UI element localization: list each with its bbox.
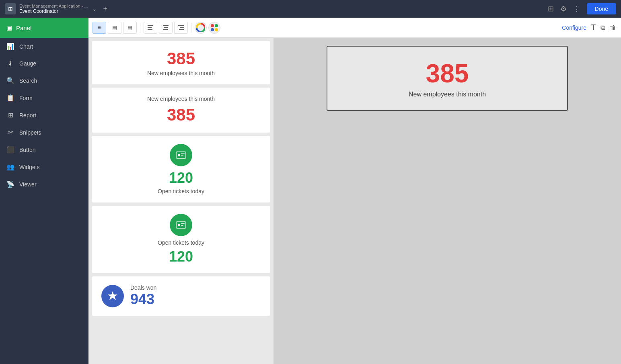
widget-3-label: Open tickets today xyxy=(98,188,264,194)
svg-point-15 xyxy=(178,154,180,156)
widget-5-icon-circle xyxy=(101,285,124,307)
sidebar-item-report[interactable]: ⊞ Report xyxy=(0,106,88,124)
report-icon: ⊞ xyxy=(6,111,14,119)
center-panel: ≡ ▤ ▤ xyxy=(88,18,273,364)
sidebar-item-snippets[interactable]: ✂ Snippets xyxy=(0,124,88,141)
widget-5-number: 943 xyxy=(130,291,156,308)
more-options-icon[interactable]: ⋮ xyxy=(573,4,580,13)
sidebar-item-viewer[interactable]: 📡 Viewer xyxy=(0,176,88,193)
search-icon: 🔍 xyxy=(6,77,14,84)
widget-card-2[interactable]: New employees this month 385 xyxy=(92,88,270,133)
chart-icon: 📊 xyxy=(6,43,14,50)
svg-rect-20 xyxy=(181,223,185,224)
widget-1-number: 385 xyxy=(98,49,264,68)
layout-btn-3[interactable]: ▤ xyxy=(123,22,137,34)
sidebar: ▣ Panel 📊 Chart 🌡 Gauge 🔍 Search 📋 Form … xyxy=(0,18,88,364)
svg-point-12 xyxy=(211,28,214,31)
form-icon: 📋 xyxy=(6,94,14,102)
svg-rect-6 xyxy=(178,25,184,26)
widget-4-label: Open tickets today xyxy=(98,239,264,246)
sidebar-item-gauge[interactable]: 🌡 Gauge xyxy=(0,55,88,72)
snippets-icon: ✂ xyxy=(6,129,14,136)
preview-number: 385 xyxy=(335,59,559,88)
sidebar-item-search[interactable]: 🔍 Search xyxy=(0,72,88,89)
sidebar-item-widgets-label: Widgets xyxy=(19,164,40,170)
gauge-icon: 🌡 xyxy=(6,60,14,67)
preview-area: 385 New employees this month xyxy=(273,38,621,364)
widget-card-3[interactable]: 120 Open tickets today xyxy=(92,136,270,202)
sidebar-item-form[interactable]: 📋 Form xyxy=(0,89,88,106)
widget-card-5[interactable]: Deals won 943 xyxy=(92,276,270,316)
widget-5-text: Deals won 943 xyxy=(130,284,156,308)
main-layout: ▣ Panel 📊 Chart 🌡 Gauge 🔍 Search 📋 Form … xyxy=(0,18,621,364)
done-button[interactable]: Done xyxy=(587,3,616,14)
sidebar-item-chart[interactable]: 📊 Chart xyxy=(0,38,88,55)
svg-rect-16 xyxy=(181,153,185,154)
sidebar-panel-header: ▣ Panel xyxy=(0,18,88,38)
sidebar-item-form-label: Form xyxy=(19,95,33,101)
sidebar-item-report-label: Report xyxy=(19,112,36,119)
svg-rect-17 xyxy=(181,155,183,156)
delete-icon[interactable]: 🗑 xyxy=(610,24,616,31)
preview-card[interactable]: 385 New employees this month xyxy=(327,46,568,111)
svg-rect-21 xyxy=(181,225,183,226)
widget-3-icon-circle xyxy=(170,144,192,166)
panel-icon: ▣ xyxy=(6,24,12,31)
app-icon: ⊞ xyxy=(5,3,16,14)
right-panel: Configure T ⧉ 🗑 385 New employees this m… xyxy=(273,18,621,364)
card-deals-layout: Deals won 943 xyxy=(92,276,270,316)
svg-rect-18 xyxy=(176,222,186,228)
sidebar-item-widgets[interactable]: 👥 Widgets xyxy=(0,158,88,176)
color-wheel-btn[interactable] xyxy=(195,22,207,34)
text-format-icon[interactable]: T xyxy=(591,23,596,32)
svg-rect-0 xyxy=(148,25,153,26)
svg-rect-14 xyxy=(176,152,186,158)
sidebar-item-snippets-label: Snippets xyxy=(19,129,41,136)
widget-4-number: 120 xyxy=(98,248,264,265)
add-tab-icon[interactable]: + xyxy=(103,5,108,13)
svg-rect-8 xyxy=(179,29,184,30)
align-left-btn[interactable] xyxy=(144,22,157,34)
sidebar-item-gauge-label: Gauge xyxy=(19,60,36,67)
title-chevron-icon[interactable]: ⌄ xyxy=(92,6,97,12)
widgets-icon: 👥 xyxy=(6,163,14,171)
layout-btn-2[interactable]: ▤ xyxy=(108,22,121,34)
app-title-block: Event Management Application - ... Event… xyxy=(19,4,88,14)
coordinator-label: Event Coordinator xyxy=(19,8,88,14)
widget-card-1[interactable]: 385 New employees this month xyxy=(92,41,270,84)
svg-point-10 xyxy=(211,24,214,27)
grid-icon[interactable]: ⊞ xyxy=(548,4,554,13)
copy-icon[interactable]: ⧉ xyxy=(600,24,605,31)
svg-rect-5 xyxy=(163,29,168,30)
right-toolbar: Configure T ⧉ 🗑 xyxy=(273,18,621,38)
app-name: Event Management Application - ... xyxy=(19,4,88,8)
widget-5-label: Deals won xyxy=(130,284,156,291)
svg-rect-2 xyxy=(148,29,152,30)
widget-list: 385 New employees this month New employe… xyxy=(88,38,273,364)
preview-label: New employees this month xyxy=(335,91,559,98)
widget-2-number: 385 xyxy=(98,105,264,125)
svg-rect-4 xyxy=(164,27,168,28)
sidebar-item-button[interactable]: ⬛ Button xyxy=(0,141,88,158)
svg-point-11 xyxy=(215,24,218,27)
configure-link[interactable]: Configure xyxy=(562,25,586,31)
viewer-icon: 📡 xyxy=(6,180,14,188)
widget-1-label: New employees this month xyxy=(98,70,264,76)
sidebar-item-button-label: Button xyxy=(19,147,35,153)
align-right-btn[interactable] xyxy=(174,22,188,34)
widget-3-number: 120 xyxy=(98,170,264,186)
panel-label: Panel xyxy=(16,25,31,31)
settings-icon[interactable]: ⚙ xyxy=(560,4,567,13)
align-center-btn[interactable] xyxy=(159,22,173,34)
toolbar-divider-1 xyxy=(140,23,140,33)
svg-point-13 xyxy=(215,28,218,31)
palette-btn[interactable] xyxy=(208,22,220,34)
layout-btn-1[interactable]: ≡ xyxy=(93,22,106,34)
widget-card-4[interactable]: Open tickets today 120 xyxy=(92,206,270,273)
toolbar-divider-2 xyxy=(191,23,191,33)
svg-marker-22 xyxy=(108,291,117,300)
widget-toolbar: ≡ ▤ ▤ xyxy=(88,18,273,38)
sidebar-item-chart-label: Chart xyxy=(19,43,33,50)
sidebar-item-search-label: Search xyxy=(19,78,37,84)
widget-4-icon-circle xyxy=(170,214,192,236)
